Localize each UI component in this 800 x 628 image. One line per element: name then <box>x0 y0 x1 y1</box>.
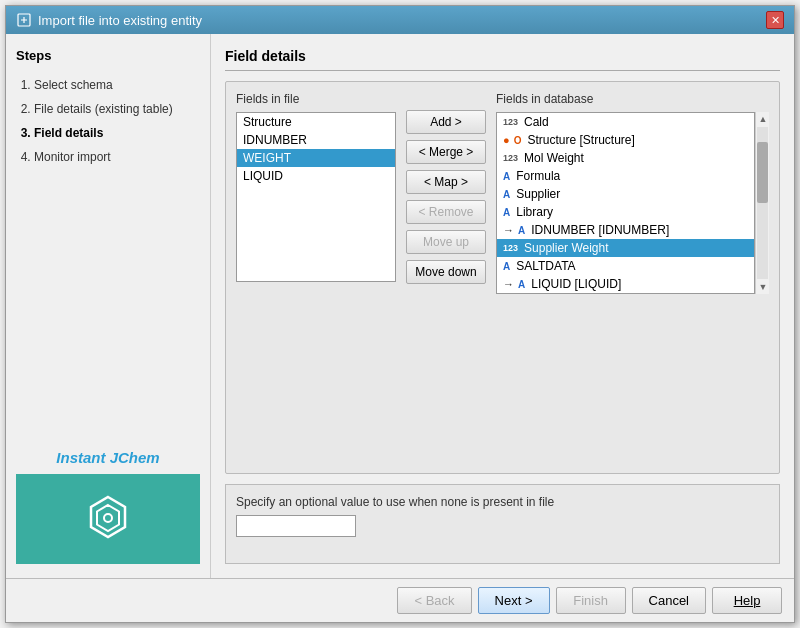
file-field-idnumber[interactable]: IDNUMBER <box>237 131 395 149</box>
map-button[interactable]: < Map > <box>406 170 486 194</box>
title-bar: Import file into existing entity ✕ <box>6 6 794 34</box>
db-field-library[interactable]: A Library <box>497 203 754 221</box>
file-field-weight[interactable]: WEIGHT <box>237 149 395 167</box>
optional-label: Specify an optional value to use when no… <box>236 495 769 509</box>
content-area: Steps Select schema File details (existi… <box>6 34 794 578</box>
logo-box <box>16 474 200 564</box>
step-2: File details (existing table) <box>34 97 200 121</box>
db-field-formula[interactable]: A Formula <box>497 167 754 185</box>
db-field-supplierweight[interactable]: 123 Supplier Weight <box>497 239 754 257</box>
scroll-thumb <box>757 142 768 203</box>
fields-in-database-section: Fields in database 123 Cald ● O Structur… <box>496 92 769 294</box>
cancel-button[interactable]: Cancel <box>632 587 706 614</box>
fields-in-file-label: Fields in file <box>236 92 396 106</box>
logo-icon <box>78 489 138 549</box>
brand-label: Instant JChem <box>56 449 159 466</box>
svg-point-3 <box>104 514 112 522</box>
next-button[interactable]: Next > <box>478 587 550 614</box>
move-down-button[interactable]: Move down <box>406 260 486 284</box>
step-4: Monitor import <box>34 145 200 169</box>
action-buttons: Add > < Merge > < Map > < Remove Move up… <box>406 92 486 284</box>
fields-in-database-label: Fields in database <box>496 92 769 106</box>
dialog-title: Import file into existing entity <box>38 13 202 28</box>
fields-in-file-list[interactable]: Structure IDNUMBER WEIGHT LIQUID <box>236 112 396 282</box>
svg-marker-2 <box>97 505 119 531</box>
optional-value-input[interactable] <box>236 515 356 537</box>
db-field-supplier[interactable]: A Supplier <box>497 185 754 203</box>
scroll-down-arrow[interactable]: ▼ <box>756 280 770 294</box>
scroll-track[interactable] <box>757 127 768 279</box>
finish-button[interactable]: Finish <box>556 587 626 614</box>
add-button[interactable]: Add > <box>406 110 486 134</box>
scroll-up-arrow[interactable]: ▲ <box>756 112 770 126</box>
db-field-molweight[interactable]: 123 Mol Weight <box>497 149 754 167</box>
main-panel: Field details Fields in file Structure I… <box>211 34 794 578</box>
file-field-structure[interactable]: Structure <box>237 113 395 131</box>
db-field-idnumber[interactable]: → A IDNUMBER [IDNUMBER] <box>497 221 754 239</box>
footer: < Back Next > Finish Cancel Help <box>6 578 794 622</box>
step-1: Select schema <box>34 73 200 97</box>
remove-button[interactable]: < Remove <box>406 200 486 224</box>
sidebar: Steps Select schema File details (existi… <box>6 34 211 578</box>
merge-button[interactable]: < Merge > <box>406 140 486 164</box>
back-button[interactable]: < Back <box>397 587 471 614</box>
optional-section: Specify an optional value to use when no… <box>225 484 780 564</box>
help-button[interactable]: Help <box>712 587 782 614</box>
fields-in-database-list[interactable]: 123 Cald ● O Structure [Structure] 123 M… <box>496 112 755 294</box>
dialog-icon <box>16 12 32 28</box>
file-field-liquid[interactable]: LIQUID <box>237 167 395 185</box>
panel-title: Field details <box>225 48 780 71</box>
db-field-saltdata[interactable]: A SALTDATA <box>497 257 754 275</box>
sidebar-bottom: Instant JChem <box>16 449 200 564</box>
db-field-cald[interactable]: 123 Cald <box>497 113 754 131</box>
db-field-liquid[interactable]: → A LIQUID [LIQUID] <box>497 275 754 293</box>
close-button[interactable]: ✕ <box>766 11 784 29</box>
steps-heading: Steps <box>16 48 200 63</box>
steps-list: Select schema File details (existing tab… <box>16 73 200 169</box>
fields-in-file-section: Fields in file Structure IDNUMBER WEIGHT… <box>236 92 396 282</box>
step-3: Field details <box>34 121 200 145</box>
fields-container: Fields in file Structure IDNUMBER WEIGHT… <box>225 81 780 474</box>
db-field-structure[interactable]: ● O Structure [Structure] <box>497 131 754 149</box>
dialog: Import file into existing entity ✕ Steps… <box>5 5 795 623</box>
db-list-scrollbar[interactable]: ▲ ▼ <box>755 112 769 294</box>
steps-panel: Steps Select schema File details (existi… <box>16 48 200 169</box>
move-up-button[interactable]: Move up <box>406 230 486 254</box>
